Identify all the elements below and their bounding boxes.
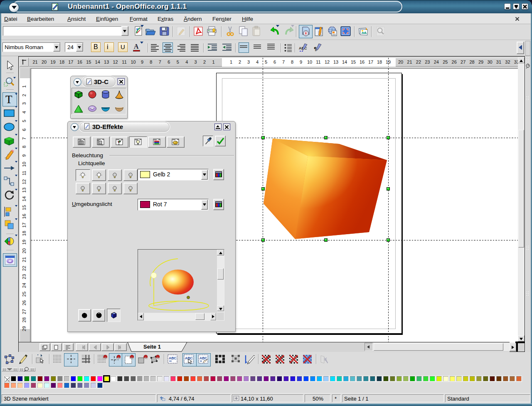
svg-text:ABC: ABC [200, 356, 207, 360]
svg-text:¶: ¶ [314, 45, 317, 52]
svg-text:ABC: ABC [169, 356, 176, 360]
